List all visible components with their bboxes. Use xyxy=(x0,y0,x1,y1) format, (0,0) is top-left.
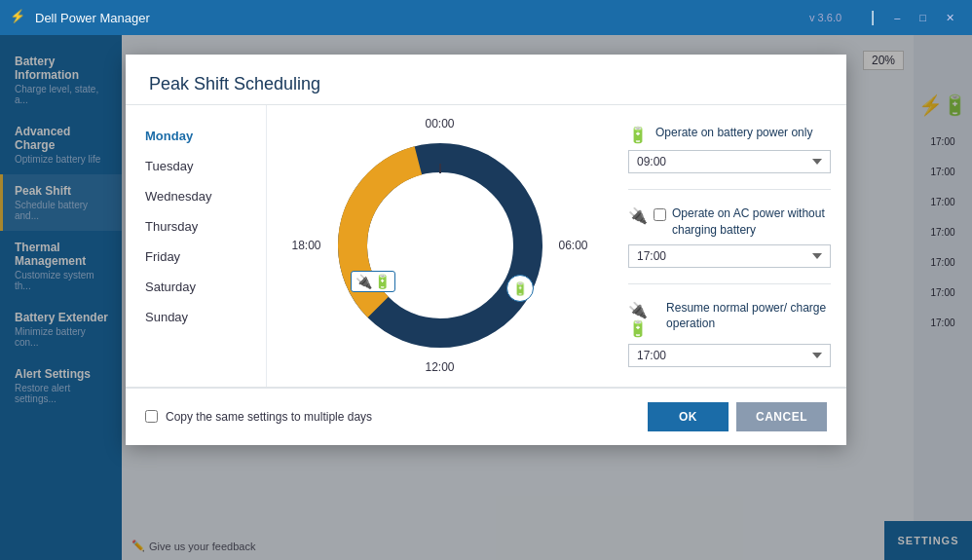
ac-no-charge-checkbox[interactable] xyxy=(654,208,666,221)
ac-no-charge-label: Operate on AC power without charging bat… xyxy=(672,205,831,239)
clock-label-right: 06:00 xyxy=(558,239,587,252)
settings-panel: 🔋 Operate on battery power only 09:00 10… xyxy=(613,105,846,387)
footer-left: Copy the same settings to multiple days xyxy=(145,410,372,424)
day-sunday[interactable]: Sunday xyxy=(126,302,266,332)
clock-area: 00:00 06:00 12:00 18:00 xyxy=(267,105,613,387)
clock-label-top: 00:00 xyxy=(425,117,454,131)
version-label: v 3.6.0 xyxy=(802,10,849,25)
plug-icon: 🔌 xyxy=(355,274,372,289)
copy-settings-checkbox[interactable] xyxy=(145,410,158,423)
resume-select[interactable]: 17:00 18:00 xyxy=(628,344,831,367)
close-button[interactable]: ✕ xyxy=(938,10,962,26)
modal-footer: Copy the same settings to multiple days … xyxy=(126,388,846,445)
day-tuesday[interactable]: Tuesday xyxy=(126,151,266,181)
clock-label-left: 18:00 xyxy=(292,239,321,252)
cancel-button[interactable]: CANCEL xyxy=(736,402,827,431)
battery-only-icon: 🔋 xyxy=(628,126,648,144)
day-friday[interactable]: Friday xyxy=(126,242,266,272)
restore-button[interactable]: □ xyxy=(912,10,934,25)
day-monday[interactable]: Monday xyxy=(126,121,266,151)
modal-body: Monday Tuesday Wednesday Thursday Friday… xyxy=(126,105,846,387)
battery-only-label-row: 🔋 Operate on battery power only xyxy=(628,125,831,144)
separator: | xyxy=(863,7,882,28)
app-icon: ⚡ xyxy=(10,9,27,26)
battery-only-setting: 🔋 Operate on battery power only 09:00 10… xyxy=(628,125,831,173)
charge-icon-overlay: 🔋 xyxy=(506,275,534,302)
clock-label-bottom: 12:00 xyxy=(425,360,454,374)
resume-label: Resume normal power/ charge operation xyxy=(666,300,831,333)
ac-no-charge-select[interactable]: 17:00 18:00 xyxy=(628,244,831,268)
battery-only-label: Operate on battery power only xyxy=(655,125,812,141)
resume-label-row: 🔌🔋 Resume normal power/ charge operation xyxy=(628,300,831,338)
window-controls: v 3.6.0 | – □ ✕ xyxy=(802,7,962,28)
modal-header: Peak Shift Scheduling xyxy=(126,55,846,105)
battery-only-select[interactable]: 09:00 10:00 11:00 xyxy=(628,150,831,173)
day-saturday[interactable]: Saturday xyxy=(126,272,266,302)
clock-svg xyxy=(333,138,547,353)
peak-shift-modal: Peak Shift Scheduling Monday Tuesday Wed… xyxy=(126,55,846,445)
svg-point-3 xyxy=(368,173,512,317)
resume-setting: 🔌🔋 Resume normal power/ charge operation… xyxy=(628,300,831,367)
clock-container: 00:00 06:00 12:00 18:00 xyxy=(333,138,547,353)
day-wednesday[interactable]: Wednesday xyxy=(126,181,266,211)
day-list: Monday Tuesday Wednesday Thursday Friday… xyxy=(126,105,267,387)
ac-icon: 🔌 xyxy=(628,206,648,225)
footer-buttons: OK CANCEL xyxy=(648,402,827,431)
ac-no-charge-label-row: 🔌 Operate on AC power without charging b… xyxy=(628,205,831,239)
charge-icon: 🔋 xyxy=(512,281,528,296)
modal-title: Peak Shift Scheduling xyxy=(149,74,823,94)
ok-button[interactable]: OK xyxy=(648,402,729,431)
resume-icon: 🔌🔋 xyxy=(628,301,658,338)
battery-icon-overlay: 🔌 🔋 xyxy=(351,271,395,292)
divider-2 xyxy=(628,283,831,284)
title-bar: ⚡ Dell Power Manager v 3.6.0 | – □ ✕ xyxy=(0,0,972,35)
day-thursday[interactable]: Thursday xyxy=(126,211,266,242)
modal-overlay: Peak Shift Scheduling Monday Tuesday Wed… xyxy=(0,35,972,560)
minimize-button[interactable]: – xyxy=(886,10,908,25)
copy-settings-label: Copy the same settings to multiple days xyxy=(166,410,372,424)
battery-icon: 🔋 xyxy=(374,274,391,289)
divider-1 xyxy=(628,189,831,190)
ac-no-charge-setting: 🔌 Operate on AC power without charging b… xyxy=(628,205,831,268)
app-title: Dell Power Manager xyxy=(35,11,150,25)
ac-no-charge-checkbox-row: 🔌 Operate on AC power without charging b… xyxy=(628,205,831,239)
